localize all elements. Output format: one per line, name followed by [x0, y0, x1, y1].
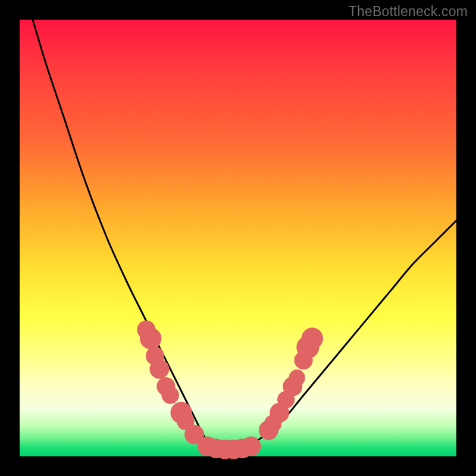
- data-marker: [289, 369, 305, 386]
- data-marker: [162, 387, 179, 404]
- marker-group: [137, 321, 323, 459]
- chart-svg: [20, 20, 456, 456]
- data-marker: [140, 328, 161, 349]
- data-marker: [242, 437, 261, 456]
- watermark-text: TheBottleneck.com: [349, 4, 468, 20]
- data-marker: [302, 328, 323, 349]
- chart-frame: TheBottleneck.com: [0, 0, 476, 476]
- bottleneck-curve: [33, 20, 456, 452]
- data-marker: [149, 359, 169, 379]
